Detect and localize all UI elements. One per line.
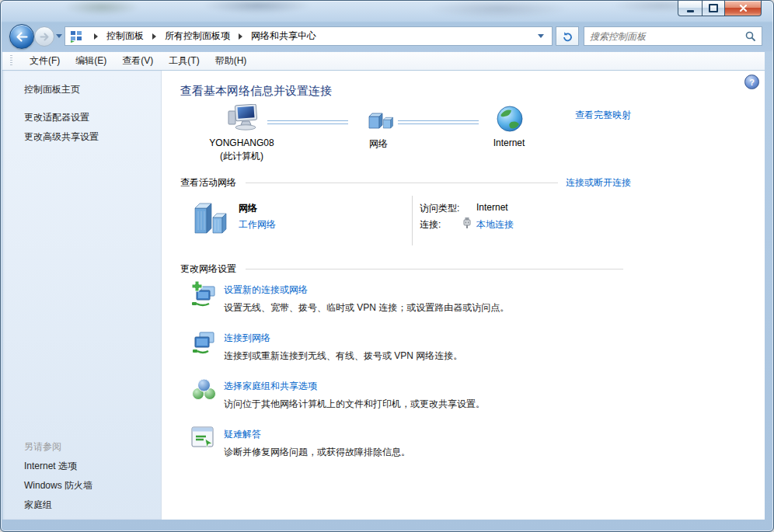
menu-help[interactable]: 帮助(H) [207, 52, 255, 70]
task-connect-to-network: 连接到网络 连接到或重新连接到无线、有线、拨号或 VPN 网络连接。 [180, 330, 631, 363]
search-icon[interactable] [745, 31, 762, 41]
section-divider-line [246, 183, 558, 183]
map-connector-line [267, 120, 348, 124]
active-network-name: 网络 [239, 202, 257, 215]
sidebar-item-control-panel-home[interactable]: 控制面板主页 [24, 83, 80, 96]
active-networks-header-row: 查看活动网络 连接或断开连接 [180, 176, 631, 190]
task-troubleshoot: 疑难解答 诊断并修复网络问题，或获得故障排除信息。 [180, 426, 631, 459]
computer-name-label[interactable]: YONGHANG08 [183, 137, 300, 148]
task-homegroup-sharing: 选择家庭组和共享选项 访问位于其他网络计算机上的文件和打印机，或更改共享设置。 [180, 378, 631, 411]
history-dropdown-button[interactable] [56, 34, 62, 38]
help-icon: ? [749, 78, 755, 87]
sidebar: 控制面板主页 更改适配器设置 更改高级共享设置 另请参阅 Internet 选项… [2, 71, 162, 520]
minimize-icon [687, 10, 694, 12]
window-controls [678, 1, 762, 16]
menubar-grip [10, 55, 12, 67]
work-network-buildings-icon[interactable] [190, 196, 233, 239]
connect-to-network-link[interactable]: 连接到网络 [224, 332, 270, 345]
setup-new-connection-link[interactable]: 设置新的连接或网络 [224, 283, 308, 297]
refresh-icon [562, 31, 574, 42]
setup-new-connection-desc: 设置无线、宽带、拨号、临时或 VPN 连接；或设置路由器或访问点。 [224, 301, 631, 315]
section-divider-line [246, 269, 623, 269]
network-settings-header: 更改网络设置 [180, 263, 236, 276]
back-arrow-icon [16, 32, 28, 42]
help-button[interactable]: ? [744, 75, 759, 89]
close-button[interactable] [724, 1, 762, 16]
active-networks-header: 查看活动网络 [180, 176, 236, 190]
access-type-label: 访问类型: [420, 202, 459, 215]
homegroup-sharing-desc: 访问位于其他网络计算机上的文件和打印机，或更改共享设置。 [224, 398, 631, 411]
breadcrumb-arrow-icon [239, 33, 242, 40]
see-also-header: 另请参阅 [24, 440, 61, 454]
network-map-label[interactable]: 网络 [320, 137, 437, 151]
breadcrumb-item-all-items[interactable]: 所有控制面板项 [162, 29, 232, 43]
local-area-connection-link[interactable]: 本地连接 [476, 218, 514, 231]
address-dropdown-button[interactable] [535, 33, 547, 40]
search-box [584, 26, 762, 46]
menu-file[interactable]: 文件(F) [22, 52, 68, 70]
content-area: 控制面板主页 更改适配器设置 更改高级共享设置 另请参阅 Internet 选项… [2, 70, 765, 520]
page-title: 查看基本网络信息并设置连接 [180, 71, 631, 99]
main-pane: ? 查看基本网络信息并设置连接 YONGHANG0 [162, 71, 765, 520]
forward-button[interactable] [34, 26, 54, 47]
chevron-down-icon [538, 34, 544, 38]
access-type-value: Internet [476, 202, 508, 213]
internet-globe-icon[interactable] [496, 105, 524, 133]
chevron-down-icon [56, 34, 62, 38]
troubleshoot-desc: 诊断并修复网络问题，或获得故障排除信息。 [224, 446, 631, 459]
work-network-link[interactable]: 工作网络 [239, 218, 276, 231]
sidebar-item-change-adapter-settings[interactable]: 更改适配器设置 [24, 111, 89, 124]
connect-disconnect-link[interactable]: 连接或断开连接 [566, 176, 631, 190]
app-window: 控制面板 所有控制面板项 网络和共享中心 文件(F) 编辑(E) 查看(V) 工… [0, 0, 774, 532]
troubleshoot-icon [190, 425, 217, 451]
maximize-button[interactable] [703, 1, 724, 16]
maximize-icon [709, 4, 718, 12]
new-connection-icon [190, 280, 218, 308]
sidebar-item-windows-firewall[interactable]: Windows 防火墙 [24, 479, 92, 492]
panel-divider [412, 196, 413, 245]
network-map: YONGHANG08 (此计算机) [180, 102, 631, 169]
breadcrumb-item-control-panel[interactable]: 控制面板 [104, 29, 146, 43]
sidebar-item-homegroup[interactable]: 家庭组 [24, 499, 52, 512]
homegroup-sharing-link[interactable]: 选择家庭组和共享选项 [224, 380, 317, 393]
minimize-button[interactable] [678, 1, 703, 16]
computer-note-label: (此计算机) [183, 150, 300, 163]
network-icon[interactable] [364, 109, 397, 132]
breadcrumb-item-network-sharing-center[interactable]: 网络和共享中心 [249, 29, 319, 43]
map-connector-line [398, 120, 479, 124]
network-settings-header-row: 更改网络设置 [180, 263, 631, 276]
breadcrumb: 控制面板 所有控制面板项 网络和共享中心 [64, 26, 553, 46]
connections-label: 连接: [420, 218, 441, 231]
connect-to-network-desc: 连接到或重新连接到无线、有线、拨号或 VPN 网络连接。 [224, 349, 631, 363]
back-button[interactable] [9, 24, 34, 49]
task-setup-new-connection: 设置新的连接或网络 设置无线、宽带、拨号、临时或 VPN 连接；或设置路由器或访… [180, 282, 631, 315]
view-full-map-link[interactable]: 查看完整映射 [575, 109, 631, 122]
breadcrumb-arrow-icon [94, 33, 98, 40]
internet-map-label[interactable]: Internet [451, 137, 567, 148]
menu-view[interactable]: 查看(V) [114, 52, 161, 70]
sidebar-item-change-advanced-sharing[interactable]: 更改高级共享设置 [24, 130, 99, 144]
network-sharing-center-icon [70, 30, 82, 43]
search-input[interactable] [584, 31, 745, 42]
computer-icon[interactable] [226, 104, 259, 132]
troubleshoot-link[interactable]: 疑难解答 [224, 428, 261, 441]
menu-edit[interactable]: 编辑(E) [68, 52, 114, 70]
refresh-button[interactable] [556, 26, 579, 46]
close-icon [739, 5, 748, 12]
ethernet-plug-icon [462, 217, 472, 229]
navigation-bar: 控制面板 所有控制面板项 网络和共享中心 [1, 22, 773, 52]
connect-to-network-icon [190, 329, 218, 356]
menu-bar: 文件(F) 编辑(E) 查看(V) 工具(T) 帮助(H) [2, 52, 765, 70]
active-network-panel: 网络 工作网络 访问类型: Internet 连接: 本地连接 [180, 194, 631, 250]
sidebar-item-internet-options[interactable]: Internet 选项 [24, 460, 77, 473]
homegroup-icon [190, 377, 218, 405]
network-settings-tasks: 设置新的连接或网络 设置无线、宽带、拨号、临时或 VPN 连接；或设置路由器或访… [180, 282, 631, 459]
forward-arrow-icon [40, 33, 50, 41]
breadcrumb-arrow-icon [152, 33, 156, 40]
menu-tools[interactable]: 工具(T) [161, 52, 207, 70]
